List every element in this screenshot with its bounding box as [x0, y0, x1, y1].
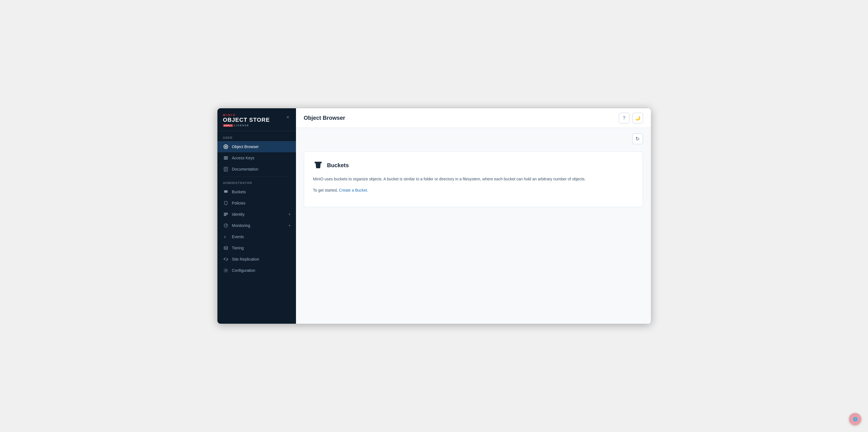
svg-rect-10	[224, 191, 227, 192]
configuration-icon	[223, 268, 229, 273]
buckets-card: Buckets MinIO uses buckets to organize o…	[304, 152, 643, 207]
sidebar-item-policies[interactable]: Policies	[217, 197, 296, 209]
sidebar-label-object-browser: Object Browser	[232, 145, 290, 149]
get-started-text: To get started,	[313, 188, 338, 192]
sidebar-item-access-keys[interactable]: Access Keys	[217, 152, 296, 163]
sidebar-item-object-browser[interactable]: Object Browser	[217, 141, 296, 152]
svg-rect-13	[224, 214, 227, 215]
chat-icon: 🌐	[853, 417, 858, 421]
user-section-label: User	[217, 133, 296, 141]
svg-rect-12	[224, 213, 227, 214]
sidebar-label-tiering: Tiering	[232, 246, 290, 250]
create-bucket-link[interactable]: Create a Bucket.	[339, 188, 368, 192]
sidebar-label-site-replication: Site Replication	[232, 257, 290, 261]
logo-license: AGPLV LICENSE	[223, 124, 270, 127]
moon-icon: 🌙	[635, 115, 641, 121]
svg-rect-9	[224, 190, 227, 191]
svg-point-17	[225, 225, 226, 226]
sidebar-item-configuration[interactable]: Configuration	[217, 265, 296, 276]
buckets-description-2: To get started, Create a Bucket.	[313, 187, 634, 194]
license-text: LICENSE	[234, 124, 249, 127]
refresh-icon: ↻	[636, 136, 640, 142]
svg-text:λ: λ	[224, 235, 226, 239]
chat-bubble-button[interactable]: 🌐	[849, 413, 861, 425]
sidebar-label-access-keys: Access Keys	[232, 156, 290, 160]
svg-rect-4	[224, 159, 227, 160]
svg-rect-2	[224, 157, 227, 157]
sidebar-item-monitoring[interactable]: Monitoring ▾	[217, 220, 296, 231]
svg-point-0	[224, 145, 227, 149]
monitoring-chevron-icon: ▾	[289, 223, 290, 227]
sidebar-label-monitoring: Monitoring	[232, 223, 285, 228]
sidebar-label-configuration: Configuration	[232, 268, 290, 273]
buckets-nav-icon	[223, 189, 229, 195]
identity-chevron-icon: ▾	[289, 212, 290, 216]
events-icon: λ	[223, 234, 229, 240]
site-replication-icon	[223, 256, 229, 262]
policies-icon	[223, 200, 229, 206]
collapse-button[interactable]: «	[286, 113, 290, 121]
admin-section-label: Administrator	[217, 178, 296, 186]
svg-rect-11	[224, 192, 227, 193]
svg-point-1	[225, 146, 226, 147]
access-keys-icon	[223, 155, 229, 161]
buckets-description-1: MinIO uses buckets to organize objects. …	[313, 176, 634, 183]
topbar: Object Browser ? 🌙	[296, 108, 651, 128]
sidebar-item-site-replication[interactable]: Site Replication	[217, 254, 296, 265]
page-title: Object Browser	[304, 115, 345, 121]
svg-rect-14	[224, 215, 226, 216]
svg-point-22	[225, 270, 226, 271]
help-button[interactable]: ?	[619, 113, 629, 123]
svg-rect-3	[224, 158, 227, 158]
sidebar-header: MINIO OBJECT STORE AGPLV LICENSE «	[217, 108, 296, 131]
logo-minio: MINIO	[223, 113, 270, 117]
sidebar-item-tiering[interactable]: Tiering	[217, 242, 296, 254]
buckets-card-icon	[313, 160, 323, 170]
sidebar-item-buckets[interactable]: Buckets	[217, 186, 296, 197]
svg-point-19	[224, 246, 227, 248]
sidebar-label-identity: Identity	[232, 212, 285, 217]
main-content: ↻ Buckets MinIO uses buckets to organize…	[296, 128, 651, 324]
sidebar: MINIO OBJECT STORE AGPLV LICENSE « User …	[217, 108, 296, 324]
sidebar-item-events[interactable]: λ Events	[217, 231, 296, 242]
sidebar-label-buckets: Buckets	[232, 190, 290, 194]
documentation-icon	[223, 166, 229, 172]
main-content-area: Object Browser ? 🌙 ↻	[296, 108, 651, 324]
logo-object-store: OBJECT STORE	[223, 117, 270, 123]
refresh-button[interactable]: ↻	[632, 133, 643, 144]
tiering-icon	[223, 245, 229, 251]
sidebar-item-identity[interactable]: Identity ▾	[217, 209, 296, 220]
identity-icon	[223, 212, 229, 217]
sidebar-label-events: Events	[232, 235, 290, 239]
object-browser-icon	[223, 144, 229, 150]
sidebar-item-documentation[interactable]: Documentation	[217, 163, 296, 175]
svg-rect-23	[314, 162, 321, 163]
sidebar-label-policies: Policies	[232, 201, 290, 205]
buckets-card-header: Buckets	[313, 160, 634, 170]
logo: MINIO OBJECT STORE AGPLV LICENSE	[223, 113, 270, 127]
help-icon: ?	[623, 116, 625, 121]
license-badge: AGPLV	[223, 124, 234, 127]
theme-toggle-button[interactable]: 🌙	[632, 113, 643, 123]
sidebar-label-documentation: Documentation	[232, 167, 290, 172]
topbar-actions: ? 🌙	[619, 113, 643, 123]
buckets-card-title: Buckets	[327, 162, 349, 168]
monitoring-icon	[223, 223, 229, 228]
